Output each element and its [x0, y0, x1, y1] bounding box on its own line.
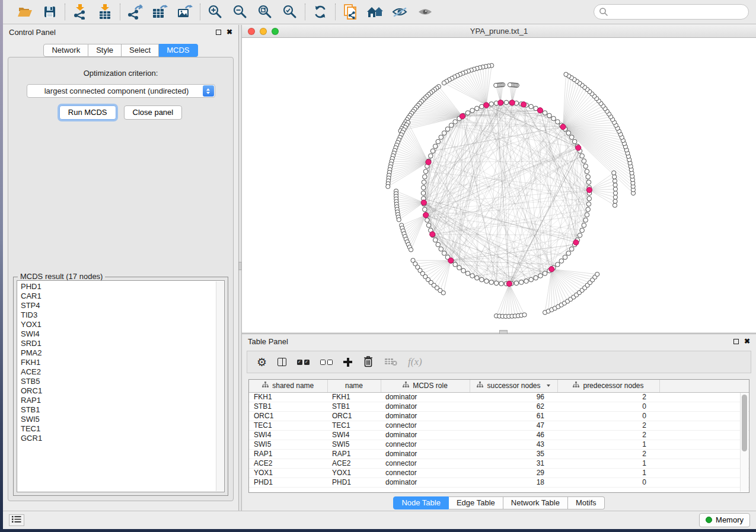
table-cell[interactable]: SWI4 [327, 430, 381, 440]
import-network-button[interactable] [72, 4, 88, 20]
mcds-node[interactable] [460, 114, 465, 119]
float-panel-icon[interactable] [216, 30, 221, 35]
network-canvas[interactable] [242, 38, 756, 332]
table-cell[interactable]: TEC1 [327, 421, 381, 430]
mcds-result-item[interactable]: TEC1 [21, 424, 224, 434]
tab-mcds[interactable]: MCDS [159, 44, 197, 57]
table-scrollbar[interactable] [740, 393, 748, 492]
column-header-successor-nodes[interactable]: successor nodes [470, 380, 557, 392]
table-row[interactable]: ACE2ACE2connector311 [249, 459, 749, 468]
zoom-in-button[interactable] [207, 4, 224, 20]
save-session-button[interactable] [42, 4, 58, 20]
delete-table-button[interactable] [384, 357, 397, 368]
zoom-out-button[interactable] [232, 4, 248, 20]
tab-node-table[interactable]: Node Table [393, 496, 449, 509]
tab-edge-table[interactable]: Edge Table [449, 496, 503, 509]
table-cell[interactable]: SWI5 [327, 440, 381, 449]
mcds-result-item[interactable]: GCR1 [21, 434, 224, 443]
table-cell[interactable]: YOX1 [327, 468, 381, 477]
table-cell[interactable]: STB1 [327, 402, 381, 411]
function-builder-button[interactable]: f(x) [408, 356, 422, 368]
mcds-node[interactable] [586, 187, 592, 193]
delete-column-button[interactable] [363, 355, 374, 369]
mcds-node[interactable] [484, 102, 489, 108]
duplicate-network-button[interactable] [342, 4, 359, 20]
table-row[interactable]: STB1STB1dominator620 [249, 402, 749, 411]
close-panel-icon[interactable]: ✖ [744, 338, 750, 345]
table-cell[interactable]: PHD1 [249, 477, 327, 487]
mcds-node[interactable] [576, 145, 581, 150]
close-panel-button[interactable]: Close panel [124, 105, 183, 120]
mcds-result-item[interactable]: SRD1 [21, 339, 224, 348]
scrollbar-thumb[interactable] [742, 395, 747, 451]
table-row[interactable]: RAP1RAP1dominator352 [249, 449, 749, 459]
table-cell[interactable]: 1 [557, 440, 659, 449]
minimize-window-icon[interactable] [260, 28, 267, 35]
table-cell[interactable]: ACE2 [327, 459, 381, 468]
hide-selected-button[interactable] [392, 4, 409, 20]
column-header-mcds-role[interactable]: MCDS role [381, 380, 470, 392]
table-cell[interactable]: 96 [470, 392, 557, 402]
table-row[interactable]: SWI5SWI5connector431 [249, 440, 749, 449]
table-cell[interactable]: 35 [470, 449, 557, 459]
mcds-result-item[interactable]: YOX1 [21, 320, 224, 329]
mcds-node[interactable] [423, 212, 429, 217]
table-cell[interactable]: connector [381, 459, 470, 468]
table-row[interactable]: ORC1ORC1dominator610 [249, 411, 749, 421]
table-cell[interactable]: 0 [557, 402, 659, 411]
mcds-result-item[interactable]: STP4 [21, 301, 224, 310]
table-cell[interactable]: 0 [557, 477, 659, 487]
table-cell[interactable]: dominator [381, 402, 470, 411]
mcds-result-item[interactable]: TID3 [21, 310, 224, 320]
close-window-icon[interactable] [248, 28, 255, 35]
mcds-result-item[interactable]: SWI5 [21, 415, 224, 424]
table-settings-button[interactable]: ⚙ [257, 357, 267, 368]
maximize-window-icon[interactable] [272, 28, 279, 35]
criterion-select[interactable]: largest connected component (undirected) [27, 84, 215, 98]
deselect-all-rows-button[interactable] [320, 360, 333, 365]
table-cell[interactable]: 62 [470, 402, 557, 411]
zoom-fit-button[interactable] [257, 4, 273, 20]
table-cell[interactable]: connector [381, 421, 470, 430]
mcds-node[interactable] [509, 100, 515, 105]
mcds-node[interactable] [506, 281, 512, 286]
table-cell[interactable]: 61 [470, 411, 557, 421]
table-cell[interactable]: dominator [381, 411, 470, 421]
table-cell[interactable]: dominator [381, 477, 470, 487]
column-header-predecessor-nodes[interactable]: predecessor nodes [557, 380, 659, 392]
table-cell[interactable]: RAP1 [249, 449, 327, 459]
table-cell[interactable]: 31 [470, 459, 557, 468]
add-column-button[interactable] [343, 358, 352, 367]
export-table-button[interactable] [152, 4, 168, 20]
column-header-name[interactable]: name [327, 380, 381, 392]
table-cell[interactable]: SWI5 [249, 440, 327, 449]
table-row[interactable]: TEC1TEC1connector472 [249, 421, 749, 430]
mcds-node[interactable] [537, 108, 543, 113]
table-cell[interactable]: dominator [381, 430, 470, 440]
table-row[interactable]: YOX1YOX1connector291 [249, 468, 749, 477]
run-mcds-button[interactable]: Run MCDS [59, 105, 116, 120]
float-panel-icon[interactable] [733, 339, 739, 344]
mcds-node[interactable] [498, 100, 503, 105]
column-header-shared-name[interactable]: shared name [249, 380, 327, 392]
memory-button[interactable]: Memory [699, 513, 750, 527]
mcds-result-item[interactable]: FKH1 [21, 358, 224, 367]
mcds-node[interactable] [430, 232, 435, 237]
show-all-button[interactable] [417, 4, 433, 20]
open-file-button[interactable] [17, 4, 33, 20]
table-row[interactable]: PHD1PHD1dominator180 [249, 477, 749, 487]
table-cell[interactable]: 1 [557, 459, 659, 468]
table-cell[interactable]: TEC1 [249, 421, 327, 430]
table-row[interactable]: FKH1FKH1dominator962 [249, 392, 749, 402]
tab-network-table[interactable]: Network Table [503, 496, 568, 509]
table-cell[interactable]: FKH1 [327, 392, 381, 402]
import-table-button[interactable] [97, 4, 113, 20]
mcds-node[interactable] [560, 124, 566, 130]
mcds-node[interactable] [448, 258, 454, 263]
mcds-node[interactable] [549, 267, 554, 272]
table-cell[interactable]: 29 [470, 468, 557, 477]
table-cell[interactable]: PHD1 [327, 477, 381, 487]
mcds-result-item[interactable]: STB1 [21, 405, 224, 415]
mcds-node[interactable] [421, 200, 426, 205]
table-cell[interactable]: 43 [470, 440, 557, 449]
